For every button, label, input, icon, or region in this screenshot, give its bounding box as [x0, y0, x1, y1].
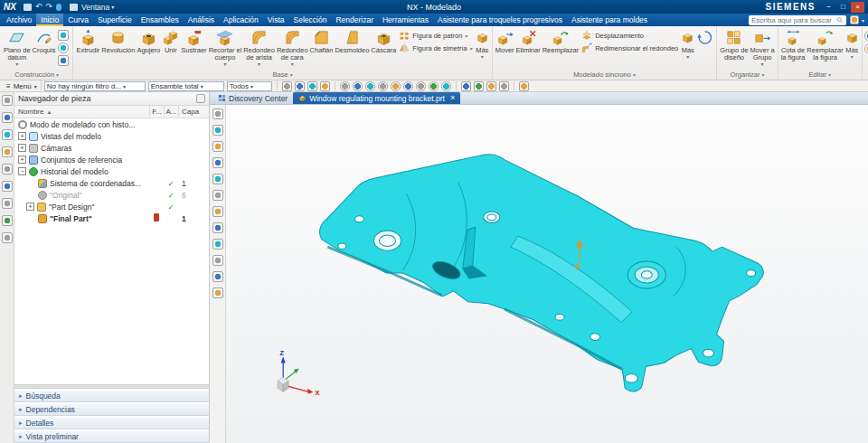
face-blend-button[interactable]: Redondeode cara ▾ [276, 27, 309, 67]
assembly-navigator-icon[interactable] [2, 112, 13, 123]
section-detalles[interactable]: ▸Detalles [14, 418, 209, 429]
redo-icon[interactable]: ↷ [45, 3, 52, 11]
close-tab-icon[interactable]: × [450, 94, 455, 102]
hole-button[interactable]: Agujero [136, 27, 161, 54]
extrude-button[interactable]: Extrudir [75, 27, 100, 54]
window-menu[interactable]: Ventana▾ [68, 3, 114, 12]
highlight-selection-icon[interactable] [282, 81, 292, 91]
menu-tab-curva[interactable]: Curva [63, 14, 93, 26]
measure-icon[interactable] [212, 271, 223, 282]
datum-csys-icon[interactable] [58, 30, 69, 41]
orient-view-icon[interactable] [212, 190, 223, 201]
menu-tab-herramientas[interactable]: Herramientas [378, 14, 433, 26]
constraint-navigator-icon[interactable] [2, 129, 13, 140]
base-more-button[interactable]: Más ▾ [475, 27, 490, 60]
command-search-box[interactable] [749, 15, 846, 25]
tree-row-csys[interactable]: Sistema de coordenadas... ✓1 [14, 177, 209, 189]
tab-discovery-center[interactable]: Discovery Center [212, 92, 293, 104]
group-label-modelado-sincrono[interactable]: Modelado síncrono▾ [495, 69, 715, 80]
tree-row-model-history[interactable]: −Historial del modelo [14, 165, 209, 177]
tree-row-history-mode[interactable]: Modo de modelado con histo... [14, 118, 209, 130]
edit-section-icon[interactable] [212, 239, 223, 250]
menu-tab-asistente-troqueles[interactable]: Asistente para troqueles progresivos [433, 14, 567, 26]
maximize-button[interactable]: □ [836, 2, 850, 13]
expand-icon[interactable]: + [18, 156, 26, 164]
revolve-button[interactable]: Revolución [100, 27, 136, 54]
sincrono-more-button[interactable]: Más ▾ [680, 27, 695, 60]
fit-view-icon[interactable] [212, 125, 223, 136]
view-orientation-icon[interactable] [499, 81, 509, 91]
view-triad[interactable]: Z X [278, 349, 320, 398]
work-layer-icon[interactable] [486, 81, 496, 91]
snapshot-icon[interactable] [212, 287, 223, 298]
command-finder-icon[interactable] [850, 15, 859, 24]
curve-icon[interactable] [58, 55, 69, 66]
resize-blend-button[interactable]: Redimensionar el redondeo [581, 42, 678, 53]
section-vista-preliminar[interactable]: ▸Vista preliminar [14, 431, 209, 443]
menu-tab-vista[interactable]: Vista [263, 14, 289, 26]
annotation-pencil-icon[interactable] [519, 81, 529, 91]
section-dependencias[interactable]: ▸Dependencias [14, 404, 209, 416]
wireframe-view-icon[interactable] [212, 222, 223, 233]
unite-button[interactable]: Unir [161, 27, 180, 54]
snap-endpoint-icon[interactable] [353, 81, 363, 91]
mirror-feature-button[interactable]: Figura de simetría▾ [399, 42, 472, 53]
snap-intersection-icon[interactable] [378, 81, 388, 91]
expand-icon[interactable]: + [18, 132, 26, 140]
snap-midpoint-icon[interactable] [365, 81, 375, 91]
panel-splitter[interactable] [14, 384, 209, 389]
process-studio-icon[interactable] [2, 215, 13, 226]
menu-tab-ensambles[interactable]: Ensambles [137, 14, 184, 26]
move-to-group-button[interactable]: Mover aGrupo ▾ [750, 27, 776, 67]
snap-point-on-face-icon[interactable] [441, 81, 451, 91]
design-group-button[interactable]: Grupo dediseño [719, 27, 749, 61]
group-label-editar[interactable]: Editar▾ [780, 69, 860, 80]
trim-body-button[interactable]: Recortar elcuerpo ▾ [208, 27, 243, 67]
navigator-detach-icon[interactable] [196, 94, 205, 103]
menu-tab-analisis[interactable]: Análisis [184, 14, 219, 26]
delete-face-button[interactable]: Eliminar [515, 27, 542, 54]
viewport-canvas[interactable]: Z X [226, 105, 868, 443]
snap-point-icon[interactable] [340, 81, 350, 91]
selection-filter-dropdown[interactable]: No hay ningún filtro d...▾ [44, 81, 146, 91]
refresh-view-icon[interactable] [212, 108, 223, 119]
subtract-button[interactable]: Sustraer [180, 27, 207, 54]
group-label-base[interactable]: Base▾ [75, 69, 489, 80]
datum-plane-button[interactable]: Plano dedatum ▾ [3, 27, 32, 67]
menu-tab-renderizar[interactable]: Renderizar [331, 14, 378, 26]
pattern-feature-button[interactable]: Figura de patrón▾ [399, 30, 472, 41]
offset-region-button[interactable]: Desplazamiento [581, 30, 678, 41]
undo-icon[interactable]: ↶ [35, 3, 42, 11]
repeat-command-icon[interactable] [864, 43, 868, 54]
replace-face-button[interactable]: Reemplazar [542, 27, 580, 54]
menu-tab-archivo[interactable]: Archivo [2, 14, 36, 26]
shaded-view-icon[interactable] [212, 206, 223, 217]
minimize-button[interactable]: − [822, 2, 835, 13]
menu-tab-superficie[interactable]: Superficie [93, 14, 137, 26]
selection-scope-dropdown[interactable]: Ensamble total▾ [148, 81, 224, 91]
replace-feature-button[interactable]: Reemplazarla figura [806, 27, 844, 61]
group-label-repetir[interactable]: ▾Repe... [864, 69, 868, 80]
tree-row-reference-sets[interactable]: +Conjuntos de referencia [14, 154, 209, 165]
search-input[interactable] [751, 16, 835, 24]
rotate-view-icon[interactable] [212, 174, 223, 184]
reuse-library-icon[interactable] [2, 164, 13, 174]
select-edge-icon[interactable] [307, 81, 317, 91]
snap-point-on-curve-icon[interactable] [429, 81, 439, 91]
move-face-button[interactable]: Mover [495, 27, 515, 54]
ribbon-options-icon[interactable]: ▾ [862, 17, 864, 24]
select-body-icon[interactable] [320, 81, 330, 91]
snap-existing-point-icon[interactable] [416, 81, 426, 91]
edge-blend-button[interactable]: Redondeode arista ▾ [242, 27, 276, 67]
type-filter-dropdown[interactable]: Todos▾ [227, 81, 272, 91]
zoom-icon[interactable] [212, 141, 223, 152]
section-busqueda[interactable]: ▸Búsqueda [14, 391, 209, 402]
pan-icon[interactable] [212, 157, 223, 168]
chamfer-button[interactable]: Chaflán [309, 27, 335, 54]
tab-strip-icon[interactable] [2, 95, 13, 106]
show-hide-icon[interactable] [461, 81, 471, 91]
menu-tab-inicio[interactable]: Inicio [36, 14, 63, 26]
update-model-button[interactable] [695, 27, 714, 47]
tab-part-window-bracket[interactable]: Window regulating mounting bracket.prt × [293, 92, 460, 104]
tree-row-cameras[interactable]: +Cámaras [14, 142, 209, 154]
